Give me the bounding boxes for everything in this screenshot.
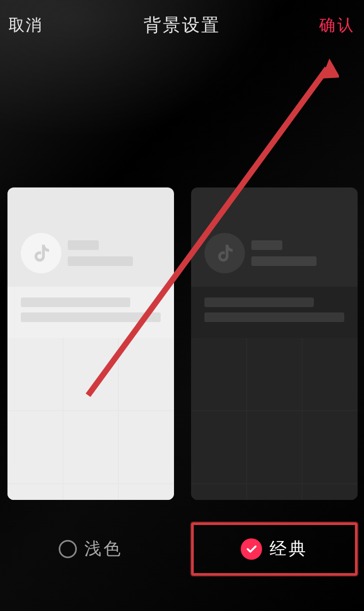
preview-grid	[191, 338, 358, 500]
preview-profile-header	[191, 187, 358, 284]
preview-body	[191, 287, 358, 338]
dark-theme-preview	[191, 187, 358, 500]
dark-label-text: 经典	[270, 537, 308, 561]
header-bar: 取消 背景设置 确认	[0, 0, 364, 51]
preview-avatar-icon	[204, 233, 245, 273]
check-circle-icon	[241, 538, 262, 560]
preview-grid	[7, 338, 174, 500]
confirm-button[interactable]: 确认	[319, 14, 355, 36]
light-option-label[interactable]: 浅色	[7, 522, 174, 576]
light-theme-preview	[7, 187, 174, 500]
preview-body	[7, 287, 174, 338]
theme-option-dark[interactable]: 经典	[191, 187, 358, 576]
theme-option-light[interactable]: 浅色	[7, 187, 174, 576]
dark-option-label[interactable]: 经典	[191, 522, 358, 576]
preview-profile-header	[7, 187, 174, 284]
page-title: 背景设置	[144, 13, 220, 37]
cancel-button[interactable]: 取消	[9, 14, 43, 36]
preview-avatar-icon	[21, 233, 61, 273]
preview-text-lines	[251, 240, 316, 266]
radio-unchecked-icon	[59, 540, 77, 558]
light-label-text: 浅色	[84, 537, 123, 561]
preview-text-lines	[68, 240, 133, 266]
theme-options-container: 浅色	[0, 187, 364, 576]
